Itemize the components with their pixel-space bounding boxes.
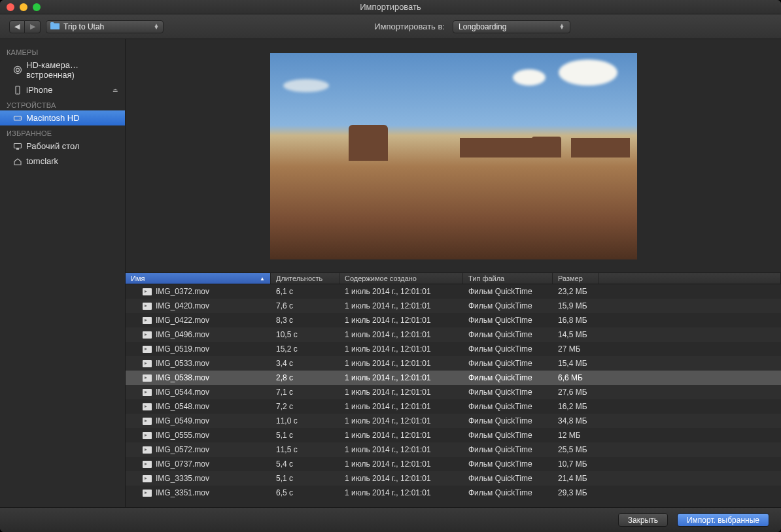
eject-icon[interactable]: ⏏	[113, 87, 118, 93]
phone-icon	[13, 86, 22, 95]
movie-file-icon	[143, 475, 152, 482]
table-row[interactable]: IMG_0572.mov11,5 с1 июль 2014 г., 12:01:…	[126, 442, 781, 457]
cell-duration: 2,8 с	[271, 373, 339, 382]
table-row[interactable]: IMG_0737.mov5,4 с1 июль 2014 г., 12:01:0…	[126, 457, 781, 471]
table-row[interactable]: IMG_3351.mov6,5 с1 июль 2014 г., 12:01:0…	[126, 486, 781, 500]
toolbar: ◀ ▶ Trip to Utah ▲▼ Импортировать в: Lon…	[0, 14, 781, 39]
cell-duration: 7,1 с	[271, 388, 339, 397]
table-row[interactable]: IMG_0533.mov3,4 с1 июль 2014 г., 12:01:0…	[126, 356, 781, 371]
preview-image	[270, 53, 637, 259]
cell-created: 1 июль 2014 г., 12:01:01	[339, 416, 463, 425]
cell-type: Фильм QuickTime	[463, 301, 553, 310]
table-row[interactable]: IMG_0420.mov7,6 с1 июль 2014 г., 12:01:0…	[126, 299, 781, 313]
cell-name: IMG_0533.mov	[126, 359, 271, 368]
movie-file-icon	[143, 432, 152, 439]
cell-type: Фильм QuickTime	[463, 445, 553, 454]
cell-name: IMG_3351.mov	[126, 488, 271, 497]
cell-type: Фильм QuickTime	[463, 373, 553, 382]
sidebar: КАМЕРЫHD-камера…встроенная)iPhone⏏УСТРОЙ…	[0, 39, 126, 507]
cell-type: Фильм QuickTime	[463, 474, 553, 483]
destination-name: Longboarding	[459, 22, 506, 31]
dropdown-arrows-icon: ▲▼	[559, 24, 564, 29]
cell-name: IMG_0572.mov	[126, 445, 271, 454]
close-button[interactable]: Закрыть	[618, 513, 668, 527]
sidebar-item[interactable]: iPhone⏏	[0, 82, 125, 97]
cell-type: Фильм QuickTime	[463, 416, 553, 425]
table-row[interactable]: IMG_0549.mov11,0 с1 июль 2014 г., 12:01:…	[126, 414, 781, 428]
sidebar-item[interactable]: Рабочий стол	[0, 139, 125, 154]
sidebar-item[interactable]: Macintosh HD	[0, 110, 125, 125]
table-body[interactable]: IMG_0372.mov6,1 с1 июль 2014 г., 12:01:0…	[126, 284, 781, 507]
table-row[interactable]: IMG_0496.mov10,5 с1 июль 2014 г., 12:01:…	[126, 327, 781, 342]
cell-duration: 5,1 с	[271, 431, 339, 440]
table-row[interactable]: IMG_0544.mov7,1 с1 июль 2014 г., 12:01:0…	[126, 385, 781, 399]
sidebar-item[interactable]: tomclark	[0, 154, 125, 169]
cell-created: 1 июль 2014 г., 12:01:01	[339, 445, 463, 454]
movie-file-icon	[143, 461, 152, 468]
cell-size: 15,4 МБ	[553, 359, 599, 368]
sidebar-item-label: Рабочий стол	[26, 141, 80, 151]
column-name[interactable]: Имя▲	[126, 273, 271, 284]
destination-select[interactable]: Longboarding ▲▼	[453, 20, 570, 33]
sidebar-section-header: УСТРОЙСТВА	[0, 97, 125, 110]
forward-button[interactable]: ▶	[25, 20, 41, 33]
table-row[interactable]: IMG_0548.mov7,2 с1 июль 2014 г., 12:01:0…	[126, 399, 781, 414]
cell-created: 1 июль 2014 г., 12:01:01	[339, 301, 463, 310]
import-window: Импортировать ◀ ▶ Trip to Utah ▲▼ Импорт…	[0, 0, 781, 532]
cell-name: IMG_0548.mov	[126, 402, 271, 411]
cell-created: 1 июль 2014 г., 12:01:01	[339, 344, 463, 354]
table-row[interactable]: IMG_0555.mov5,1 с1 июль 2014 г., 12:01:0…	[126, 428, 781, 442]
column-duration[interactable]: Длительность	[271, 273, 339, 284]
cell-created: 1 июль 2014 г., 12:01:01	[339, 459, 463, 469]
cell-duration: 8,3 с	[271, 316, 339, 325]
folder-select[interactable]: Trip to Utah ▲▼	[46, 20, 164, 33]
table-row[interactable]: IMG_0422.mov8,3 с1 июль 2014 г., 12:01:0…	[126, 313, 781, 327]
cell-duration: 5,4 с	[271, 459, 339, 469]
dropdown-arrows-icon: ▲▼	[154, 24, 159, 29]
cell-duration: 5,1 с	[271, 474, 339, 483]
cell-name: IMG_0737.mov	[126, 459, 271, 469]
sidebar-item-label: tomclark	[26, 156, 58, 166]
cell-duration: 15,2 с	[271, 344, 339, 354]
cell-duration: 10,5 с	[271, 330, 339, 339]
svg-point-5	[20, 118, 20, 118]
titlebar: Импортировать	[0, 0, 781, 14]
cell-size: 10,7 МБ	[553, 459, 599, 469]
cell-name: IMG_0496.mov	[126, 330, 271, 339]
cell-name: IMG_0544.mov	[126, 388, 271, 397]
sidebar-item-label: HD-камера…встроенная)	[26, 60, 118, 80]
cell-name: IMG_0420.mov	[126, 301, 271, 310]
movie-file-icon	[143, 490, 152, 497]
cell-size: 29,3 МБ	[553, 488, 599, 497]
column-created[interactable]: Содержимое создано	[339, 273, 463, 284]
cell-size: 21,4 МБ	[553, 474, 599, 483]
cell-type: Фильм QuickTime	[463, 330, 553, 339]
sidebar-item[interactable]: HD-камера…встроенная)	[0, 58, 125, 82]
column-size[interactable]: Размер	[553, 273, 599, 284]
footer: Закрыть Импорт. выбранные	[0, 507, 781, 532]
import-to-label: Импортировать в:	[374, 22, 445, 31]
back-button[interactable]: ◀	[9, 20, 25, 33]
movie-file-icon	[143, 403, 152, 410]
cell-duration: 7,2 с	[271, 402, 339, 411]
cell-name: IMG_0538.mov	[126, 373, 271, 382]
cell-size: 25,5 МБ	[553, 445, 599, 454]
import-selected-button[interactable]: Импорт. выбранные	[677, 513, 769, 527]
table-row[interactable]: IMG_0372.mov6,1 с1 июль 2014 г., 12:01:0…	[126, 284, 781, 299]
cell-name: IMG_0422.mov	[126, 316, 271, 325]
cell-created: 1 июль 2014 г., 12:01:01	[339, 488, 463, 497]
table-row[interactable]: IMG_0538.mov2,8 с1 июль 2014 г., 12:01:0…	[126, 371, 781, 385]
svg-rect-6	[14, 143, 22, 148]
cell-name: IMG_0555.mov	[126, 431, 271, 440]
movie-file-icon	[143, 360, 152, 367]
table-row[interactable]: IMG_0519.mov15,2 с1 июль 2014 г., 12:01:…	[126, 342, 781, 356]
cell-type: Фильм QuickTime	[463, 344, 553, 354]
sidebar-item-label: Macintosh HD	[26, 113, 80, 123]
folder-name: Trip to Utah	[63, 22, 104, 31]
sidebar-section-header: КАМЕРЫ	[0, 44, 125, 58]
column-type[interactable]: Тип файла	[463, 273, 553, 284]
cell-size: 14,5 МБ	[553, 330, 599, 339]
cell-size: 12 МБ	[553, 431, 599, 440]
cell-name: IMG_0519.mov	[126, 344, 271, 354]
table-row[interactable]: IMG_3335.mov5,1 с1 июль 2014 г., 12:01:0…	[126, 471, 781, 486]
